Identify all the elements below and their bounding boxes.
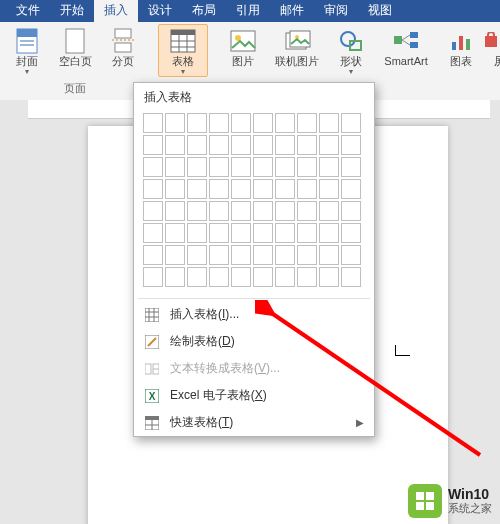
grid-cell[interactable] (165, 135, 185, 155)
grid-cell[interactable] (253, 223, 273, 243)
menu-excel-spreadsheet[interactable]: X Excel 电子表格(X) (134, 382, 374, 409)
grid-cell[interactable] (209, 179, 229, 199)
grid-cell[interactable] (275, 267, 295, 287)
grid-cell[interactable] (231, 267, 251, 287)
picture-button[interactable]: 图片 (220, 24, 266, 77)
page-break-button[interactable]: 分页 (100, 24, 146, 77)
grid-cell[interactable] (209, 113, 229, 133)
grid-cell[interactable] (187, 267, 207, 287)
grid-cell[interactable] (187, 223, 207, 243)
grid-cell[interactable] (253, 267, 273, 287)
grid-cell[interactable] (253, 179, 273, 199)
grid-cell[interactable] (231, 135, 251, 155)
grid-cell[interactable] (209, 267, 229, 287)
grid-cell[interactable] (297, 135, 317, 155)
grid-cell[interactable] (187, 113, 207, 133)
grid-cell[interactable] (275, 113, 295, 133)
smartart-button[interactable]: SmartArt (376, 24, 436, 77)
menu-quick-tables[interactable]: 快速表格(T) ▶ (134, 409, 374, 436)
grid-cell[interactable] (319, 223, 339, 243)
tab-mailings[interactable]: 邮件 (270, 0, 314, 22)
grid-cell[interactable] (187, 179, 207, 199)
grid-cell[interactable] (341, 135, 361, 155)
grid-cell[interactable] (319, 245, 339, 265)
grid-cell[interactable] (319, 201, 339, 221)
grid-cell[interactable] (319, 113, 339, 133)
grid-cell[interactable] (165, 245, 185, 265)
grid-cell[interactable] (341, 245, 361, 265)
grid-cell[interactable] (143, 113, 163, 133)
shapes-button[interactable]: 形状 ▾ (328, 24, 374, 77)
store-icon[interactable] (484, 32, 498, 48)
grid-cell[interactable] (341, 267, 361, 287)
grid-cell[interactable] (209, 201, 229, 221)
grid-cell[interactable] (341, 157, 361, 177)
grid-cell[interactable] (253, 113, 273, 133)
grid-cell[interactable] (231, 113, 251, 133)
grid-cell[interactable] (187, 245, 207, 265)
grid-cell[interactable] (143, 179, 163, 199)
tab-insert[interactable]: 插入 (94, 0, 138, 22)
grid-cell[interactable] (319, 179, 339, 199)
grid-cell[interactable] (319, 135, 339, 155)
chart-button[interactable]: 图表 (438, 24, 484, 77)
grid-cell[interactable] (209, 245, 229, 265)
grid-cell[interactable] (209, 157, 229, 177)
table-button[interactable]: 表格 ▾ (158, 24, 208, 77)
tab-view[interactable]: 视图 (358, 0, 402, 22)
grid-cell[interactable] (187, 135, 207, 155)
tab-home[interactable]: 开始 (50, 0, 94, 22)
grid-cell[interactable] (319, 267, 339, 287)
table-size-grid[interactable] (134, 110, 374, 296)
grid-cell[interactable] (165, 157, 185, 177)
grid-cell[interactable] (341, 113, 361, 133)
grid-cell[interactable] (187, 201, 207, 221)
grid-cell[interactable] (297, 201, 317, 221)
grid-cell[interactable] (253, 135, 273, 155)
grid-cell[interactable] (297, 157, 317, 177)
grid-cell[interactable] (143, 223, 163, 243)
grid-cell[interactable] (143, 135, 163, 155)
menu-insert-table[interactable]: 插入表格(I)... (134, 301, 374, 328)
grid-cell[interactable] (297, 179, 317, 199)
grid-cell[interactable] (275, 179, 295, 199)
grid-cell[interactable] (253, 201, 273, 221)
grid-cell[interactable] (143, 267, 163, 287)
grid-cell[interactable] (187, 157, 207, 177)
grid-cell[interactable] (275, 201, 295, 221)
grid-cell[interactable] (275, 245, 295, 265)
grid-cell[interactable] (253, 245, 273, 265)
grid-cell[interactable] (297, 267, 317, 287)
grid-cell[interactable] (297, 245, 317, 265)
grid-cell[interactable] (209, 223, 229, 243)
grid-cell[interactable] (165, 179, 185, 199)
cover-page-button[interactable]: 封面 ▾ (4, 24, 50, 77)
grid-cell[interactable] (341, 201, 361, 221)
tab-layout[interactable]: 布局 (182, 0, 226, 22)
blank-page-button[interactable]: 空白页 (52, 24, 98, 77)
grid-cell[interactable] (275, 223, 295, 243)
grid-cell[interactable] (231, 201, 251, 221)
grid-cell[interactable] (209, 135, 229, 155)
grid-cell[interactable] (231, 157, 251, 177)
grid-cell[interactable] (231, 179, 251, 199)
grid-cell[interactable] (165, 267, 185, 287)
grid-cell[interactable] (165, 223, 185, 243)
tab-review[interactable]: 审阅 (314, 0, 358, 22)
grid-cell[interactable] (341, 223, 361, 243)
tab-file[interactable]: 文件 (6, 0, 50, 22)
grid-cell[interactable] (165, 201, 185, 221)
online-picture-button[interactable]: 联机图片 (268, 24, 326, 77)
menu-draw-table[interactable]: 绘制表格(D) (134, 328, 374, 355)
grid-cell[interactable] (143, 201, 163, 221)
grid-cell[interactable] (253, 157, 273, 177)
grid-cell[interactable] (143, 245, 163, 265)
tab-design[interactable]: 设计 (138, 0, 182, 22)
grid-cell[interactable] (341, 179, 361, 199)
grid-cell[interactable] (231, 245, 251, 265)
grid-cell[interactable] (297, 113, 317, 133)
grid-cell[interactable] (319, 157, 339, 177)
grid-cell[interactable] (275, 157, 295, 177)
tab-references[interactable]: 引用 (226, 0, 270, 22)
grid-cell[interactable] (165, 113, 185, 133)
